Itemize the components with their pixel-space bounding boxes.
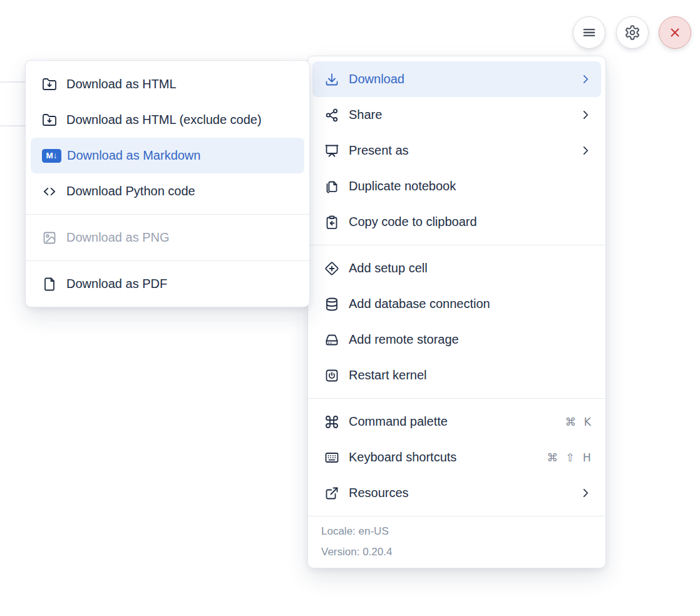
menu-item-label: Download as PNG <box>66 230 295 245</box>
menu-item-label: Keyboard shortcuts <box>349 450 547 465</box>
chevron-right-icon <box>580 487 592 499</box>
gear-icon <box>624 24 641 41</box>
menu-item-label: Download as Markdown <box>67 148 295 163</box>
menu-item-label: Add setup cell <box>349 261 592 275</box>
duplicate-icon <box>324 179 339 194</box>
menu-item-resources[interactable]: Resources <box>312 475 601 511</box>
menu-item-label: Duplicate notebook <box>349 179 592 193</box>
external-link-icon <box>324 486 339 501</box>
menu-item-label: Add database connection <box>349 297 592 311</box>
menu-group: Download Share Present as <box>308 56 605 245</box>
hard-drive-icon <box>324 332 339 347</box>
menu-item-download-markdown[interactable]: M↓ Download as Markdown <box>31 138 304 173</box>
menu-item-download-html-exclude-code[interactable]: Download as HTML (exclude code) <box>31 102 304 138</box>
chevron-right-icon <box>580 145 592 157</box>
menu-item-add-setup-cell[interactable]: Add setup cell <box>312 250 601 286</box>
menu-item-label: Command palette <box>349 414 565 429</box>
menu-item-label: Download Python code <box>66 184 295 198</box>
menu-item-add-database[interactable]: Add database connection <box>312 286 601 322</box>
presentation-icon <box>324 143 339 158</box>
menu-item-label: Download as HTML (exclude code) <box>66 113 295 127</box>
menu-item-restart-kernel[interactable]: Restart kernel <box>312 357 601 393</box>
hamburger-icon <box>581 24 597 41</box>
shortcut-command-shift-h: ⌘ ⇧ H <box>547 451 592 464</box>
menu-item-command-palette[interactable]: Command palette ⌘ K <box>312 404 601 439</box>
menu-button[interactable] <box>573 16 605 49</box>
code-icon <box>42 184 57 199</box>
close-icon <box>667 24 683 41</box>
menu-item-download-png[interactable]: Download as PNG <box>31 220 304 255</box>
markdown-icon: M↓ <box>42 149 61 163</box>
image-icon <box>42 230 57 245</box>
shortcut-command-k: ⌘ K <box>565 416 592 428</box>
menu-item-download-html[interactable]: Download as HTML <box>31 66 304 102</box>
menu-item-label: Share <box>349 108 580 122</box>
chevron-right-icon <box>580 109 592 121</box>
settings-button[interactable] <box>616 16 649 49</box>
folder-down-icon <box>42 77 57 92</box>
submenu-group: Download as PNG <box>26 215 309 260</box>
page: Download Share Present as <box>0 0 700 616</box>
menu-item-keyboard-shortcuts[interactable]: Keyboard shortcuts ⌘ ⇧ H <box>312 439 601 475</box>
menu-item-add-remote-storage[interactable]: Add remote storage <box>312 322 601 357</box>
menu-item-label: Copy code to clipboard <box>349 215 592 229</box>
menu-item-label: Download as HTML <box>66 77 295 91</box>
menu-item-download-python[interactable]: Download Python code <box>31 173 304 209</box>
background-rule <box>0 125 25 126</box>
locale-text: Locale: en-US <box>321 521 592 542</box>
menu-group: Command palette ⌘ K Keyboard shortcuts ⌘… <box>308 399 605 516</box>
menu-item-copy-code[interactable]: Copy code to clipboard <box>312 204 601 240</box>
menu-item-share[interactable]: Share <box>312 97 601 133</box>
version-text: Version: 0.20.4 <box>321 542 592 562</box>
download-icon <box>324 72 339 87</box>
power-square-icon <box>324 368 339 383</box>
file-icon <box>42 277 57 292</box>
menu-group: Add setup cell Add database connection A… <box>308 245 605 398</box>
chevron-right-icon <box>580 73 592 85</box>
submenu-group: Download as HTML Download as HTML (exclu… <box>26 61 309 214</box>
clipboard-copy-icon <box>324 215 339 230</box>
folder-down-icon <box>42 113 57 128</box>
submenu-group: Download as PDF <box>26 261 309 307</box>
menu-item-label: Download as PDF <box>66 277 295 291</box>
menu-item-download-pdf[interactable]: Download as PDF <box>31 266 304 302</box>
menu-item-label: Restart kernel <box>349 368 592 382</box>
background-rule <box>0 81 25 83</box>
menu-footer: Locale: en-US Version: 0.20.4 <box>308 516 605 568</box>
share-icon <box>324 108 339 123</box>
database-icon <box>324 297 339 312</box>
diamond-plus-icon <box>324 261 339 276</box>
menu-item-label: Download <box>349 72 580 86</box>
notebook-menu: Download Share Present as <box>307 56 606 568</box>
menu-item-label: Resources <box>349 486 580 500</box>
menu-item-duplicate-notebook[interactable]: Duplicate notebook <box>312 168 601 204</box>
close-button[interactable] <box>659 16 691 49</box>
menu-item-download[interactable]: Download <box>312 61 601 97</box>
menu-item-label: Add remote storage <box>349 332 592 347</box>
menu-item-present-as[interactable]: Present as <box>312 133 601 168</box>
command-icon <box>324 414 339 429</box>
keyboard-icon <box>324 450 339 465</box>
download-submenu: Download as HTML Download as HTML (exclu… <box>25 60 310 307</box>
menu-item-label: Present as <box>349 143 580 158</box>
